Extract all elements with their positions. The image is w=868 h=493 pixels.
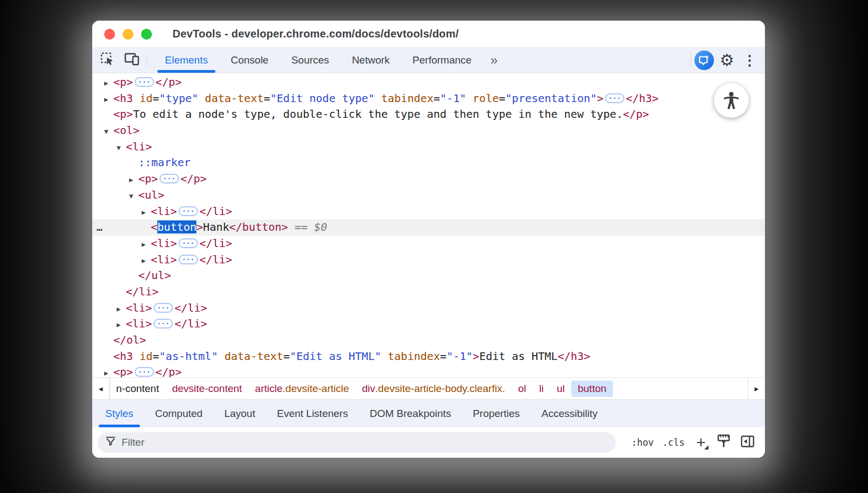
gear-icon: ⚙︎ [720,52,735,68]
tag-token: </li> [200,205,232,218]
expand-arrow-icon[interactable]: ▸ [129,172,138,188]
ellipsis-expand-button[interactable]: ··· [154,303,173,313]
breadcrumb-item[interactable]: ol [512,381,533,397]
dom-node-row[interactable]: ▸<p>···</p> [92,74,765,91]
sidebar-tab-properties[interactable]: Properties [462,400,531,427]
filter-input[interactable] [122,437,608,448]
sidebar-tab-layout[interactable]: Layout [213,400,266,427]
collapse-arrow-icon[interactable]: ▾ [104,124,113,140]
tab-console[interactable]: Console [219,48,280,73]
tab-performance[interactable]: Performance [401,48,483,73]
dom-node-row[interactable]: </ul> [92,268,765,284]
close-window-button[interactable] [104,29,115,40]
new-style-rule-button[interactable]: + [691,433,711,452]
breadcrumb-tag-part: ol [518,383,526,395]
breadcrumb-item[interactable]: article.devsite-article [248,381,355,397]
toggle-sidebar-button[interactable] [737,433,758,452]
expand-arrow-icon[interactable]: ▸ [104,92,113,108]
node-text: Hank [203,220,229,233]
dom-node-row[interactable]: <h3 id="as-html" data-text="Edit as HTML… [92,349,765,365]
dom-node-row[interactable]: </li> [92,284,765,300]
tag-token: </p> [156,75,182,89]
tag-token: > [597,92,603,105]
breadcrumb-item[interactable]: li [533,381,550,397]
breadcrumb-item[interactable]: button [571,381,613,397]
breadcrumb-cls-part: .devsite-article [283,383,349,395]
breadcrumb-item[interactable]: devsite-content [165,381,248,397]
expand-arrow-icon[interactable]: ▸ [142,237,151,253]
toggle-hov[interactable]: :hov [627,437,658,448]
inspect-element-button[interactable] [98,51,117,69]
attribute-name-token: data-text [225,350,283,363]
dom-node-row[interactable]: ▸<li>···</li> [92,236,765,252]
sidebar-tab-event-listeners[interactable]: Event Listeners [266,400,359,427]
expand-arrow-icon[interactable]: ▸ [104,365,113,377]
breadcrumb-scroll-right-button[interactable]: ▸ [748,378,765,399]
ellipsis-expand-button[interactable]: ··· [178,255,197,264]
dom-node-row[interactable]: ::marker [92,155,765,171]
device-toolbar-toggle-button[interactable] [123,51,142,69]
sidebar-tab-computed[interactable]: Computed [144,400,214,427]
sidebar-tab-dom-breakpoints[interactable]: DOM Breakpoints [359,400,462,427]
ai-assistance-icon [694,50,714,70]
expand-arrow-icon[interactable]: ▸ [142,253,151,269]
dom-node-row[interactable]: ▾<ol> [92,123,765,139]
collapse-arrow-icon[interactable]: ▾ [129,188,138,205]
ellipsis-expand-button[interactable]: ··· [605,93,624,103]
ellipsis-expand-button[interactable]: ··· [178,206,197,216]
expand-arrow-icon[interactable]: ▸ [117,301,126,318]
toggle-cls[interactable]: .cls [658,437,689,448]
tag-token: </p> [156,365,182,377]
dom-node-row[interactable]: ▸<p>···</p> [92,171,765,187]
minimize-window-button[interactable] [123,29,133,40]
dom-node-row[interactable]: ▸<li>···</li> [92,252,765,268]
more-actions-indicator[interactable]: … [97,219,103,236]
breadcrumb-tag-part: article [255,383,283,395]
breadcrumb-item[interactable]: n-content [110,381,165,397]
tab-network[interactable]: Network [341,48,401,73]
tag-token: <h3 [113,92,133,105]
tab-elements[interactable]: Elements [154,48,219,73]
ellipsis-expand-button[interactable]: ··· [154,319,173,328]
tag-token: </li> [126,285,158,298]
more-panels-button[interactable]: » [483,48,504,73]
expand-arrow-icon[interactable]: ▸ [104,75,113,92]
filter-funnel-icon [105,436,116,449]
ellipsis-expand-button[interactable]: ··· [135,77,154,87]
dom-node-row[interactable]: </ol> [92,332,765,349]
breadcrumb-tag-part: ul [557,383,565,395]
ellipsis-expand-button[interactable]: ··· [135,367,154,377]
dom-node-row[interactable]: <p>To edit a node's type, double-click t… [92,106,765,123]
sidebar-tab-accessibility[interactable]: Accessibility [531,400,608,427]
code-token: = [440,350,446,363]
expand-arrow-icon[interactable]: ▸ [117,317,126,333]
customize-devtools-button[interactable]: ⋮ [740,51,760,69]
style-filter-field[interactable] [98,432,616,453]
ellipsis-expand-button[interactable]: ··· [159,174,178,184]
dom-node-row[interactable]: ▸<li>···</li> [92,316,765,332]
dom-node-row[interactable]: ▾<li> [92,139,765,155]
equals-token: == [288,220,314,233]
expand-arrow-icon[interactable]: ▸ [142,205,151,221]
inspect-cursor-icon [100,52,115,69]
sidebar-tab-styles[interactable]: Styles [94,400,144,427]
collapse-arrow-icon[interactable]: ▾ [117,140,126,156]
breadcrumb-item[interactable]: div.devsite-article-body.clearfix. [355,381,512,397]
zoom-window-button[interactable] [141,29,152,40]
dom-node-row[interactable]: …<button>Hank</button> == $0 [92,219,765,236]
breadcrumb-scroll-left-button[interactable]: ◂ [92,378,110,399]
window-title: DevTools - developer.chrome.com/docs/dev… [173,28,459,40]
breadcrumb-item[interactable]: ul [550,381,571,397]
dom-node-row[interactable]: ▸<p>···</p> [92,364,765,377]
code-token: = [433,92,440,105]
dom-node-row[interactable]: ▸<li>···</li> [92,300,765,317]
settings-button[interactable]: ⚙︎ [717,51,737,69]
tab-sources[interactable]: Sources [280,48,341,73]
ai-assistance-button[interactable] [694,51,714,69]
dom-node-row[interactable]: ▾<ul> [92,187,765,204]
dom-node-row[interactable]: ▸<h3 id="type" data-text="Edit node type… [92,91,765,107]
dom-node-row[interactable]: ▸<li>···</li> [92,204,765,220]
rendering-emulation-button[interactable] [713,433,735,452]
tag-token: <ul> [138,188,164,201]
ellipsis-expand-button[interactable]: ··· [178,238,197,248]
